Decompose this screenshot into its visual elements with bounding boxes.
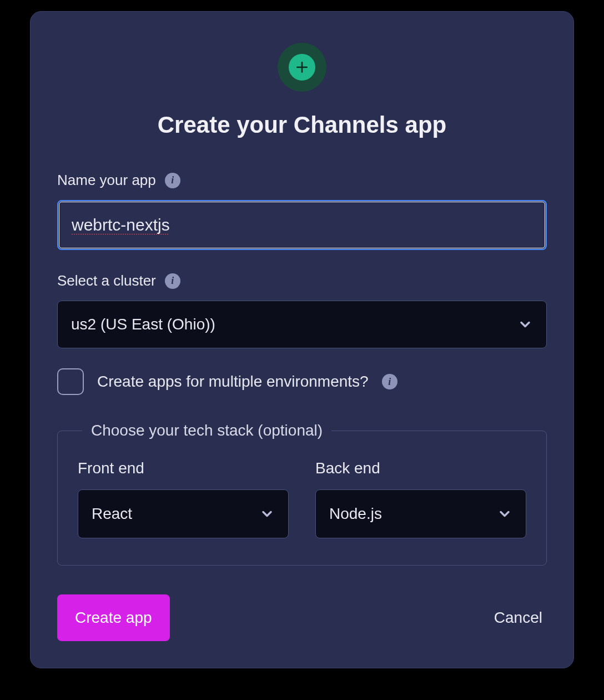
backend-col: Back end Node.js (315, 459, 526, 538)
frontend-col: Front end React (78, 459, 289, 538)
name-label-row: Name your app i (57, 172, 547, 189)
tech-stack-fieldset: Choose your tech stack (optional) Front … (57, 422, 547, 566)
cluster-label-row: Select a cluster i (57, 272, 547, 289)
multi-env-row: Create apps for multiple environments? i (57, 368, 547, 395)
frontend-selected-value: React (92, 505, 132, 523)
cluster-select-wrap: us2 (US East (Ohio)) (57, 301, 547, 348)
chevron-down-icon (259, 506, 275, 522)
backend-select[interactable]: Node.js (315, 489, 526, 538)
chevron-down-icon (497, 506, 512, 522)
plus-circle-icon (278, 43, 326, 92)
app-name-input[interactable] (57, 200, 547, 250)
backend-label: Back end (315, 459, 526, 477)
create-app-modal: Create your Channels app Name your app i… (30, 11, 574, 668)
frontend-label: Front end (78, 459, 289, 477)
name-label: Name your app (57, 172, 156, 189)
modal-footer: Create app Cancel (57, 594, 547, 641)
cancel-button[interactable]: Cancel (490, 594, 547, 641)
modal-title: Create your Channels app (57, 112, 547, 138)
cluster-selected-value: us2 (US East (Ohio)) (71, 316, 215, 333)
cluster-select[interactable]: us2 (US East (Ohio)) (57, 301, 547, 348)
header-icon-wrap (57, 43, 547, 92)
tech-grid: Front end React Back end Node.js (78, 459, 526, 538)
chevron-down-icon (517, 317, 533, 332)
info-icon[interactable]: i (382, 374, 397, 389)
info-icon[interactable]: i (165, 173, 180, 188)
create-app-button[interactable]: Create app (57, 594, 170, 641)
frontend-select[interactable]: React (78, 489, 289, 538)
multi-env-checkbox[interactable] (57, 368, 84, 395)
multi-env-label: Create apps for multiple environments? (97, 373, 369, 391)
backend-selected-value: Node.js (329, 505, 382, 523)
info-icon[interactable]: i (165, 273, 180, 289)
cluster-label: Select a cluster (57, 272, 156, 289)
tech-stack-legend: Choose your tech stack (optional) (82, 422, 331, 439)
plus-icon (289, 54, 315, 81)
